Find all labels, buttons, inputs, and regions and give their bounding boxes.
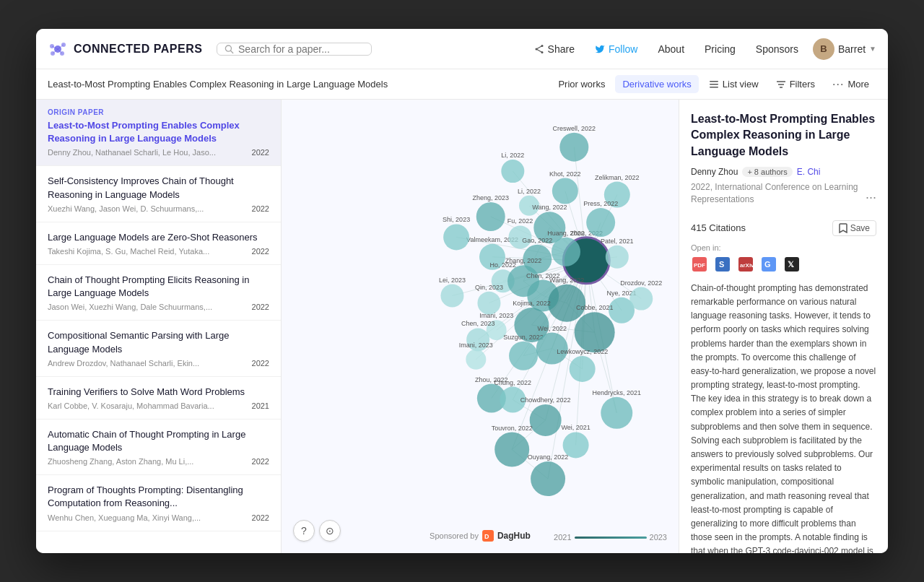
origin-label: Origin paper xyxy=(48,108,269,116)
graph-node[interactable]: Lei, 2023 xyxy=(439,277,466,308)
help-button[interactable]: ? xyxy=(293,520,315,542)
pricing-label: Pricing xyxy=(705,43,736,55)
graph-node[interactable]: Imani, 2023 xyxy=(459,342,493,370)
paper-authors: Wenhu Chen, Xueguang Ma, Xinyi Wang,... xyxy=(48,513,246,522)
pricing-link[interactable]: Pricing xyxy=(699,40,741,58)
svg-text:Chen, 2023: Chen, 2023 xyxy=(461,320,495,327)
graph-node[interactable]: Hendrycks, 2021 xyxy=(592,389,641,429)
svg-point-115 xyxy=(440,285,463,308)
sidebar-paper-item[interactable]: Training Verifiers to Solve Math Word Pr… xyxy=(36,377,281,420)
follow-button[interactable]: Follow xyxy=(589,40,643,58)
svg-text:arXiv: arXiv xyxy=(740,262,754,269)
dagshub-icon: D xyxy=(482,530,494,542)
follow-label: Follow xyxy=(609,43,637,55)
timeline-end: 2023 xyxy=(650,533,667,542)
graph-node[interactable]: Zheng, 2023 xyxy=(472,194,509,231)
detail-author-link[interactable]: E. Chi xyxy=(797,167,821,177)
svg-point-85 xyxy=(586,208,615,237)
user-menu[interactable]: B Barret ▼ xyxy=(813,38,876,60)
sub-nav-actions: Prior works Derivative works List view xyxy=(551,74,876,95)
svg-text:Chung, 2022: Chung, 2022 xyxy=(494,379,532,386)
google-scholar-icon[interactable]: G xyxy=(760,256,777,273)
twitter-icon xyxy=(595,44,605,54)
svg-point-75 xyxy=(501,160,524,183)
graph-node[interactable]: Qin, 2023 xyxy=(475,284,503,315)
paper-title: Program of Thoughts Prompting: Disentang… xyxy=(48,484,269,510)
sidebar-paper-item[interactable]: Automatic Chain of Thought Prompting in … xyxy=(36,420,281,475)
graph-node[interactable]: Fu, 2022 xyxy=(507,217,533,248)
svg-text:Kojima, 2022: Kojima, 2022 xyxy=(513,300,551,307)
svg-text:Khot, 2022: Khot, 2022 xyxy=(549,170,581,178)
svg-line-10 xyxy=(231,51,233,53)
paper-year: 2022 xyxy=(252,359,269,368)
paper-year: 2022 xyxy=(252,247,269,256)
svg-text:Lewkowycz, 2022: Lewkowycz, 2022 xyxy=(557,348,608,355)
svg-line-14 xyxy=(536,45,542,49)
graph-node[interactable]: Li, 2022 xyxy=(501,152,524,183)
graph-area[interactable]: Zhou, 2022Creswell, 2022Li, 2022Li, 2022… xyxy=(282,100,679,553)
sidebar-paper-item[interactable]: Program of Thoughts Prompting: Disentang… xyxy=(36,475,281,531)
paper-authors: Andrew Drozdov, Nathanael Scharli, Ekin.… xyxy=(48,359,246,368)
graph-node[interactable]: Khot, 2022 xyxy=(549,170,581,204)
paper-year: 2022 xyxy=(252,513,269,522)
sidebar-paper-item[interactable]: Large Language Models are Zero-Shot Reas… xyxy=(36,222,281,265)
sponsors-link[interactable]: Sponsors xyxy=(750,40,804,58)
paper-authors: Denny Zhou, Nathanael Scharli, Le Hou, J… xyxy=(48,148,246,157)
sidebar-paper-item[interactable]: Self-Consistency Improves Chain of Thoug… xyxy=(36,166,281,222)
detail-abstract: Chain-of-thought prompting has demonstra… xyxy=(691,282,876,553)
focus-button[interactable]: ⊙ xyxy=(319,520,341,542)
sponsors-label: Sponsors xyxy=(756,43,798,55)
svg-text:Wei, 2021: Wei, 2021 xyxy=(561,424,590,431)
search-input[interactable] xyxy=(238,43,364,55)
svg-point-111 xyxy=(575,312,615,352)
list-icon xyxy=(709,79,719,90)
list-view-button[interactable]: List view xyxy=(702,75,766,93)
semantic-scholar-icon[interactable]: S xyxy=(714,256,731,273)
arxiv-icon[interactable]: arXiv xyxy=(737,256,754,273)
save-label: Save xyxy=(850,223,870,233)
detail-author-more[interactable]: + 8 authors xyxy=(742,167,792,177)
paper-authors: Jason Wei, Xuezhi Wang, Dale Schuurmans,… xyxy=(48,303,246,311)
derivative-works-button[interactable]: Derivative works xyxy=(615,75,698,93)
svg-point-113 xyxy=(629,287,653,310)
x-icon[interactable]: 𝕏 xyxy=(783,256,801,273)
svg-point-129 xyxy=(601,397,632,429)
search-bar[interactable] xyxy=(217,43,372,56)
filters-button[interactable]: Filters xyxy=(769,75,822,93)
graph-node[interactable]: Shi, 2023 xyxy=(443,216,470,250)
svg-text:S: S xyxy=(719,260,724,269)
sidebar-paper-item[interactable]: Origin paperLeast-to-Most Prompting Enab… xyxy=(36,100,281,166)
svg-text:Suzgun, 2022: Suzgun, 2022 xyxy=(503,334,544,341)
graph-node[interactable]: Lewkowycz, 2022 xyxy=(557,348,608,382)
logo[interactable]: CONNECTED PAPERS xyxy=(48,39,202,59)
svg-point-107 xyxy=(548,285,585,322)
sidebar-paper-item[interactable]: Chain of Thought Prompting Elicits Reaso… xyxy=(36,265,281,321)
sponsor-bar: Sponsored by D DagHub xyxy=(430,530,531,542)
about-link[interactable]: About xyxy=(652,40,690,58)
detail-title: Least-to-Most Prompting Enables Complex … xyxy=(691,111,876,160)
detail-actions-row: 2022, International Conference on Learni… xyxy=(691,181,876,213)
logo-icon xyxy=(48,39,68,59)
detail-more-button[interactable]: ··· xyxy=(866,191,876,204)
svg-text:𝕏: 𝕏 xyxy=(788,260,794,269)
sub-nav: Least-to-Most Prompting Enables Complex … xyxy=(36,69,888,100)
graph-node[interactable]: Wang, 2022 xyxy=(548,277,585,322)
svg-text:Hendrycks, 2021: Hendrycks, 2021 xyxy=(592,389,641,396)
detail-panel: Least-to-Most Prompting Enables Complex … xyxy=(679,100,888,553)
graph-node[interactable]: Ouyang, 2022 xyxy=(528,453,569,496)
sidebar-paper-item[interactable]: Compositional Semantic Parsing with Larg… xyxy=(36,321,281,376)
pdf-icon[interactable]: PDF xyxy=(691,256,708,273)
save-button[interactable]: Save xyxy=(832,220,876,236)
svg-text:Gao, 2022: Gao, 2022 xyxy=(522,237,552,244)
more-button[interactable]: ··· More xyxy=(825,74,876,95)
svg-point-145 xyxy=(531,461,565,496)
graph-node[interactable]: Li, 2022 xyxy=(518,188,541,216)
more-label: More xyxy=(847,79,869,90)
prior-works-button[interactable]: Prior works xyxy=(551,75,612,93)
share-button[interactable]: Share xyxy=(528,40,580,58)
graph-node[interactable]: Creswell, 2022 xyxy=(553,125,596,162)
svg-text:Li, 2022: Li, 2022 xyxy=(518,188,541,195)
paper-authors: Karl Cobbe, V. Kosaraju, Mohammad Bavari… xyxy=(48,401,246,410)
graph-node[interactable]: Touvron, 2022 xyxy=(492,425,533,467)
graph-node[interactable]: Wei, 2022 xyxy=(536,325,568,365)
